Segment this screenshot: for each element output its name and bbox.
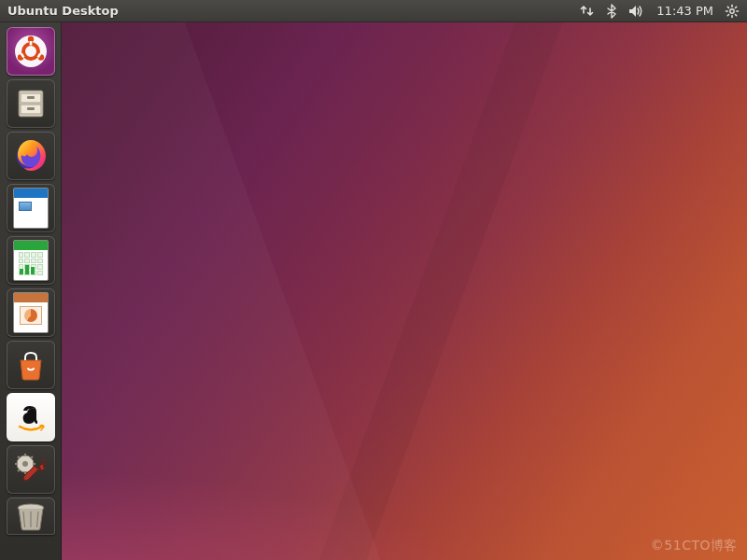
bluetooth-indicator[interactable]: [606, 4, 617, 19]
file-cabinet-icon: [12, 85, 49, 122]
launcher-files[interactable]: [7, 79, 55, 128]
launcher-libreoffice-impress[interactable]: [7, 288, 55, 337]
svg-point-0: [730, 8, 734, 12]
launcher-system-settings[interactable]: [7, 445, 55, 494]
launcher-libreoffice-calc[interactable]: [7, 236, 55, 285]
firefox-icon: [11, 136, 50, 175]
network-updown-icon: [580, 4, 595, 19]
launcher-trash[interactable]: [7, 497, 55, 535]
desktop-wallpaper[interactable]: Ubuntu Desktop 11:43 PM: [0, 0, 747, 560]
svg-rect-6: [29, 41, 32, 46]
top-menu-bar: Ubuntu Desktop 11:43 PM: [0, 0, 747, 22]
session-indicator[interactable]: [725, 4, 740, 19]
volume-high-icon: [628, 4, 645, 19]
launcher-ubuntu-software[interactable]: [7, 341, 55, 389]
watermark-text: ©51CTO博客: [651, 538, 738, 554]
bluetooth-icon: [606, 4, 617, 19]
network-indicator[interactable]: [580, 4, 595, 19]
trash-icon: [12, 500, 49, 532]
amazon-icon: [12, 399, 49, 436]
active-app-title: Ubuntu Desktop: [7, 4, 119, 18]
ubuntu-logo-icon: [12, 33, 49, 70]
launcher-libreoffice-writer[interactable]: [7, 184, 55, 232]
svg-rect-13: [27, 107, 35, 110]
calc-spreadsheet-icon: [13, 240, 49, 281]
wrench-gear-icon: [11, 450, 50, 489]
gear-icon: [725, 4, 740, 19]
impress-presentation-icon: [13, 292, 49, 333]
launcher-amazon[interactable]: [7, 393, 55, 441]
launcher-dash[interactable]: [7, 27, 55, 76]
clock-indicator[interactable]: 11:43 PM: [656, 4, 713, 18]
launcher-firefox[interactable]: [7, 132, 55, 180]
shopping-bag-icon: [12, 346, 49, 384]
writer-document-icon: [13, 188, 49, 229]
system-indicators: 11:43 PM: [580, 4, 740, 19]
svg-rect-12: [27, 96, 35, 99]
sound-indicator[interactable]: [628, 4, 645, 19]
svg-point-17: [22, 461, 28, 467]
unity-launcher: [0, 22, 62, 560]
